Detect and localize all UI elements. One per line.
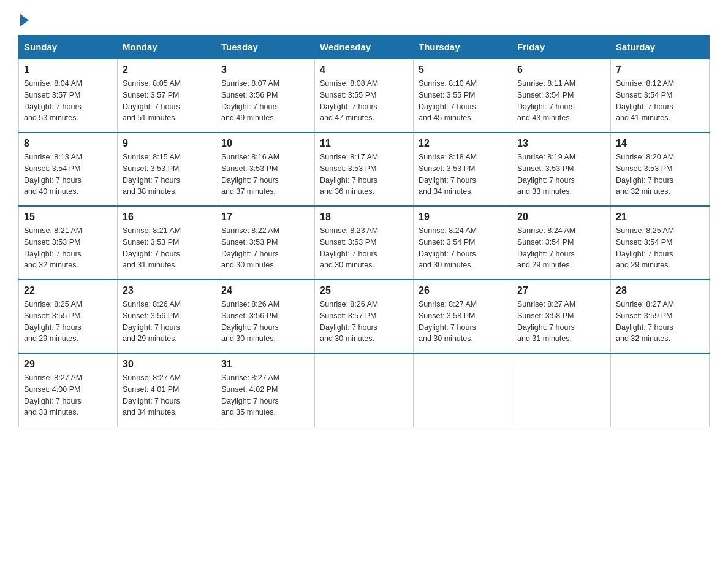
logo-arrow-icon — [20, 14, 29, 26]
calendar-week-row: 29 Sunrise: 8:27 AMSunset: 4:00 PMDaylig… — [19, 353, 710, 427]
calendar-week-row: 8 Sunrise: 8:13 AMSunset: 3:54 PMDayligh… — [19, 132, 710, 206]
day-info: Sunrise: 8:27 AMSunset: 3:59 PMDaylight:… — [616, 300, 674, 343]
day-number: 9 — [123, 138, 211, 149]
day-info: Sunrise: 8:23 AMSunset: 3:53 PMDaylight:… — [320, 226, 378, 269]
day-info: Sunrise: 8:19 AMSunset: 3:53 PMDaylight:… — [517, 153, 575, 196]
calendar-cell: 22 Sunrise: 8:25 AMSunset: 3:55 PMDaylig… — [19, 280, 118, 353]
day-number: 25 — [320, 285, 408, 296]
day-number: 6 — [517, 64, 605, 75]
day-info: Sunrise: 8:24 AMSunset: 3:54 PMDaylight:… — [517, 226, 575, 269]
calendar-week-row: 15 Sunrise: 8:21 AMSunset: 3:53 PMDaylig… — [19, 206, 710, 280]
calendar-week-row: 22 Sunrise: 8:25 AMSunset: 3:55 PMDaylig… — [19, 280, 710, 353]
calendar-cell: 17 Sunrise: 8:22 AMSunset: 3:53 PMDaylig… — [216, 206, 315, 280]
day-number: 2 — [123, 64, 211, 75]
calendar-cell: 8 Sunrise: 8:13 AMSunset: 3:54 PMDayligh… — [19, 132, 118, 206]
day-number: 13 — [517, 138, 605, 149]
calendar-week-row: 1 Sunrise: 8:04 AMSunset: 3:57 PMDayligh… — [19, 59, 710, 132]
calendar-cell: 24 Sunrise: 8:26 AMSunset: 3:56 PMDaylig… — [216, 280, 315, 353]
day-info: Sunrise: 8:27 AMSunset: 3:58 PMDaylight:… — [517, 300, 575, 343]
logo — [18, 12, 29, 24]
column-header-tuesday: Tuesday — [216, 36, 315, 59]
calendar-cell: 10 Sunrise: 8:16 AMSunset: 3:53 PMDaylig… — [216, 132, 315, 206]
day-info: Sunrise: 8:22 AMSunset: 3:53 PMDaylight:… — [221, 226, 279, 269]
day-info: Sunrise: 8:10 AMSunset: 3:55 PMDaylight:… — [419, 79, 477, 122]
day-info: Sunrise: 8:05 AMSunset: 3:57 PMDaylight:… — [123, 79, 181, 122]
calendar-cell — [414, 353, 512, 427]
day-number: 19 — [419, 212, 507, 223]
day-info: Sunrise: 8:07 AMSunset: 3:56 PMDaylight:… — [221, 79, 279, 122]
day-number: 20 — [517, 212, 605, 223]
day-number: 17 — [221, 212, 309, 223]
day-number: 26 — [419, 285, 507, 296]
calendar-cell: 4 Sunrise: 8:08 AMSunset: 3:55 PMDayligh… — [315, 59, 414, 132]
day-number: 14 — [616, 138, 704, 149]
day-info: Sunrise: 8:27 AMSunset: 4:00 PMDaylight:… — [24, 373, 82, 416]
calendar-cell: 3 Sunrise: 8:07 AMSunset: 3:56 PMDayligh… — [216, 59, 315, 132]
calendar-cell: 13 Sunrise: 8:19 AMSunset: 3:53 PMDaylig… — [512, 132, 611, 206]
calendar-cell: 18 Sunrise: 8:23 AMSunset: 3:53 PMDaylig… — [315, 206, 414, 280]
calendar-cell: 25 Sunrise: 8:26 AMSunset: 3:57 PMDaylig… — [315, 280, 414, 353]
calendar-cell: 30 Sunrise: 8:27 AMSunset: 4:01 PMDaylig… — [118, 353, 216, 427]
column-header-thursday: Thursday — [414, 36, 512, 59]
calendar-cell: 1 Sunrise: 8:04 AMSunset: 3:57 PMDayligh… — [19, 59, 118, 132]
calendar-cell: 11 Sunrise: 8:17 AMSunset: 3:53 PMDaylig… — [315, 132, 414, 206]
day-number: 24 — [221, 285, 309, 296]
calendar-table: SundayMondayTuesdayWednesdayThursdayFrid… — [18, 35, 710, 427]
column-header-wednesday: Wednesday — [315, 36, 414, 59]
day-info: Sunrise: 8:20 AMSunset: 3:53 PMDaylight:… — [616, 153, 674, 196]
calendar-cell: 15 Sunrise: 8:21 AMSunset: 3:53 PMDaylig… — [19, 206, 118, 280]
calendar-cell: 6 Sunrise: 8:11 AMSunset: 3:54 PMDayligh… — [512, 59, 611, 132]
calendar-cell: 28 Sunrise: 8:27 AMSunset: 3:59 PMDaylig… — [611, 280, 710, 353]
day-info: Sunrise: 8:11 AMSunset: 3:54 PMDaylight:… — [517, 79, 575, 122]
calendar-cell: 26 Sunrise: 8:27 AMSunset: 3:58 PMDaylig… — [414, 280, 512, 353]
calendar-header-row: SundayMondayTuesdayWednesdayThursdayFrid… — [19, 36, 710, 59]
calendar-cell: 27 Sunrise: 8:27 AMSunset: 3:58 PMDaylig… — [512, 280, 611, 353]
day-number: 28 — [616, 285, 704, 296]
day-number: 4 — [320, 64, 408, 75]
calendar-cell — [315, 353, 414, 427]
calendar-cell — [611, 353, 710, 427]
day-number: 31 — [221, 359, 309, 370]
day-info: Sunrise: 8:26 AMSunset: 3:56 PMDaylight:… — [123, 300, 181, 343]
day-info: Sunrise: 8:04 AMSunset: 3:57 PMDaylight:… — [24, 79, 82, 122]
day-info: Sunrise: 8:21 AMSunset: 3:53 PMDaylight:… — [123, 226, 181, 269]
day-number: 21 — [616, 212, 704, 223]
day-info: Sunrise: 8:17 AMSunset: 3:53 PMDaylight:… — [320, 153, 378, 196]
day-info: Sunrise: 8:27 AMSunset: 4:02 PMDaylight:… — [221, 373, 279, 416]
column-header-saturday: Saturday — [611, 36, 710, 59]
calendar-cell: 5 Sunrise: 8:10 AMSunset: 3:55 PMDayligh… — [414, 59, 512, 132]
day-number: 18 — [320, 212, 408, 223]
page-header — [18, 12, 710, 24]
calendar-cell: 31 Sunrise: 8:27 AMSunset: 4:02 PMDaylig… — [216, 353, 315, 427]
day-info: Sunrise: 8:25 AMSunset: 3:55 PMDaylight:… — [24, 300, 82, 343]
column-header-monday: Monday — [118, 36, 216, 59]
day-number: 15 — [24, 212, 112, 223]
day-number: 5 — [419, 64, 507, 75]
day-number: 29 — [24, 359, 112, 370]
column-header-friday: Friday — [512, 36, 611, 59]
calendar-cell: 19 Sunrise: 8:24 AMSunset: 3:54 PMDaylig… — [414, 206, 512, 280]
day-number: 23 — [123, 285, 211, 296]
calendar-cell: 29 Sunrise: 8:27 AMSunset: 4:00 PMDaylig… — [19, 353, 118, 427]
calendar-cell: 9 Sunrise: 8:15 AMSunset: 3:53 PMDayligh… — [118, 132, 216, 206]
calendar-cell: 7 Sunrise: 8:12 AMSunset: 3:54 PMDayligh… — [611, 59, 710, 132]
day-info: Sunrise: 8:21 AMSunset: 3:53 PMDaylight:… — [24, 226, 82, 269]
day-number: 1 — [24, 64, 112, 75]
day-number: 10 — [221, 138, 309, 149]
calendar-cell: 23 Sunrise: 8:26 AMSunset: 3:56 PMDaylig… — [118, 280, 216, 353]
day-info: Sunrise: 8:18 AMSunset: 3:53 PMDaylight:… — [419, 153, 477, 196]
day-number: 12 — [419, 138, 507, 149]
day-number: 16 — [123, 212, 211, 223]
day-number: 3 — [221, 64, 309, 75]
calendar-cell: 2 Sunrise: 8:05 AMSunset: 3:57 PMDayligh… — [118, 59, 216, 132]
calendar-cell: 14 Sunrise: 8:20 AMSunset: 3:53 PMDaylig… — [611, 132, 710, 206]
day-info: Sunrise: 8:25 AMSunset: 3:54 PMDaylight:… — [616, 226, 674, 269]
calendar-cell: 12 Sunrise: 8:18 AMSunset: 3:53 PMDaylig… — [414, 132, 512, 206]
day-number: 11 — [320, 138, 408, 149]
day-number: 27 — [517, 285, 605, 296]
calendar-cell: 16 Sunrise: 8:21 AMSunset: 3:53 PMDaylig… — [118, 206, 216, 280]
day-info: Sunrise: 8:26 AMSunset: 3:57 PMDaylight:… — [320, 300, 378, 343]
day-number: 22 — [24, 285, 112, 296]
day-info: Sunrise: 8:15 AMSunset: 3:53 PMDaylight:… — [123, 153, 181, 196]
day-info: Sunrise: 8:08 AMSunset: 3:55 PMDaylight:… — [320, 79, 378, 122]
